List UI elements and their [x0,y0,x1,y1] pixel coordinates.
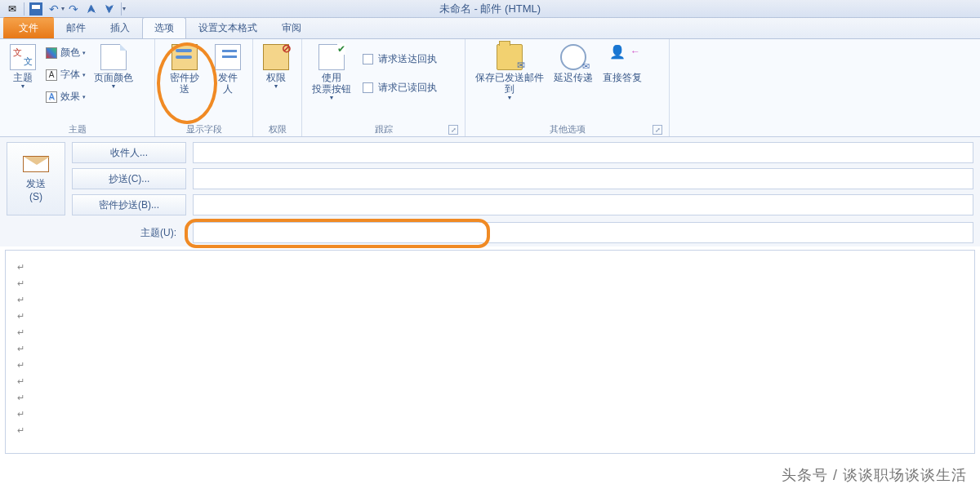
quick-access-toolbar: 未命名 - 邮件 (HTML) ✉ ↶ ▾ ↷ ⮝ ⮟ ▾ [0,0,980,18]
tab-mail[interactable]: 邮件 [54,17,98,38]
paragraph-mark: ↵ [17,406,963,422]
direct-reply-button[interactable]: 直接答复 [598,42,647,85]
subject-input[interactable] [193,222,973,243]
tab-options[interactable]: 选项 [142,17,186,38]
tab-insert[interactable]: 插入 [98,17,142,38]
chevron-down-icon: ▼ [111,83,117,89]
message-body[interactable]: ↵ ↵ ↵ ↵ ↵ ↵ ↵ ↵ ↵ ↵ ↵ [5,250,975,454]
chevron-down-icon: ▼ [507,95,513,100]
group-more-options: 保存已发送邮件 到 ▼ 延迟传递 直接答复 其他选项⤢ [466,39,670,136]
reply-to-icon [609,44,635,70]
dialog-launcher-icon[interactable]: ⤢ [653,125,662,135]
send-icon [23,156,49,172]
qat-customize-icon[interactable]: ▾ [122,5,126,12]
group-tracking: 使用 投票按钮 ▼ 请求送达回执 请求已读回执 跟踪⤢ [302,39,466,136]
dialog-launcher-icon[interactable]: ⤢ [448,125,458,135]
send-button[interactable]: 发送 (S) [7,142,65,215]
subject-label: 主题(U): [7,226,186,240]
folder-icon [497,44,523,70]
qat-new-mail-icon[interactable]: ✉ [4,2,20,16]
bcc-icon [172,44,198,70]
paragraph-mark: ↵ [17,340,963,357]
paragraph-mark: ↵ [17,389,963,406]
page-color-icon [100,44,127,70]
cc-button[interactable]: 抄送(C)... [72,168,186,189]
undo-dropdown-icon[interactable]: ▾ [61,5,65,12]
delivery-receipt-checkbox[interactable]: 请求送达回执 [359,51,440,68]
to-input[interactable] [193,142,973,163]
undo-icon[interactable]: ↶ [46,2,62,16]
paragraph-mark: ↵ [17,275,963,291]
cc-input[interactable] [193,168,973,189]
chevron-down-icon: ▼ [20,83,26,89]
checkbox-icon [363,82,373,93]
from-button[interactable]: 发件人 [208,42,247,96]
window-title: 未命名 - 邮件 (HTML) [0,2,980,16]
chevron-down-icon: ▼ [274,83,279,89]
bcc-button-field[interactable]: 密件抄送(B)... [72,194,186,215]
ribbon: 主题 ▼ 颜色▾ 字体▾ 效果▾ 页面颜色 ▼ 主题 密件抄送 [0,39,980,137]
message-header: 发送 (S) 收件人... 抄送(C)... 密件抄送(B)... 主题(U): [0,137,980,246]
tab-file[interactable]: 文件 [3,17,54,38]
permission-button[interactable]: 权限 ▼ [258,42,294,91]
voting-button[interactable]: 使用 投票按钮 ▼ [307,42,356,102]
paragraph-mark: ↵ [17,373,963,389]
group-label-permission: 权限 [258,122,296,136]
effect-swatch-icon [46,91,57,103]
bcc-input[interactable] [193,194,973,215]
to-button[interactable]: 收件人... [72,142,186,163]
qat-next-icon[interactable]: ⮟ [101,2,118,16]
page-color-button[interactable]: 页面颜色 ▼ [89,42,138,91]
save-sent-button[interactable]: 保存已发送邮件 到 ▼ [470,42,549,102]
watermark-text: 头条号 / 谈谈职场谈谈生活 [782,465,967,485]
read-receipt-checkbox[interactable]: 请求已读回执 [359,79,440,96]
clock-icon [560,44,586,70]
color-swatch-icon [46,47,57,59]
qat-separator [121,2,122,16]
paragraph-mark: ↵ [17,324,963,340]
group-label-more-options: 其他选项⤢ [470,122,664,136]
voting-icon [318,44,345,70]
paragraph-mark: ↵ [17,291,963,308]
group-label-theme: 主题 [5,122,149,136]
qat-prev-icon[interactable]: ⮝ [83,2,100,16]
ribbon-tabs: 文件 邮件 插入 选项 设置文本格式 审阅 [0,18,980,39]
from-icon [215,44,241,70]
paragraph-mark: ↵ [17,308,963,324]
tab-review[interactable]: 审阅 [270,17,314,38]
redo-icon[interactable]: ↷ [65,2,82,16]
qat-separator [24,2,24,16]
paragraph-mark: ↵ [17,357,963,373]
font-swatch-icon [46,69,57,81]
group-label-tracking: 跟踪⤢ [307,122,460,136]
themes-icon [10,44,36,70]
save-icon[interactable] [28,2,44,16]
theme-color-button[interactable]: 颜色▾ [42,44,89,61]
chevron-down-icon: ▼ [329,95,335,100]
themes-button[interactable]: 主题 ▼ [5,42,41,91]
checkbox-icon [363,54,373,64]
group-label-show-fields: 显示字段 [160,122,247,136]
tab-format[interactable]: 设置文本格式 [186,17,270,38]
permission-icon [263,44,289,70]
theme-font-button[interactable]: 字体▾ [42,66,89,83]
group-theme: 主题 ▼ 颜色▾ 字体▾ 效果▾ 页面颜色 ▼ 主题 [0,39,155,136]
theme-effect-button[interactable]: 效果▾ [42,88,89,105]
paragraph-mark: ↵ [17,422,963,438]
paragraph-mark: ↵ [17,259,963,275]
delay-delivery-button[interactable]: 延迟传递 [549,42,598,85]
bcc-button[interactable]: 密件抄送 [160,42,208,96]
group-permission: 权限 ▼ 权限 [253,39,302,136]
group-show-fields: 密件抄送 发件人 显示字段 [155,39,253,136]
